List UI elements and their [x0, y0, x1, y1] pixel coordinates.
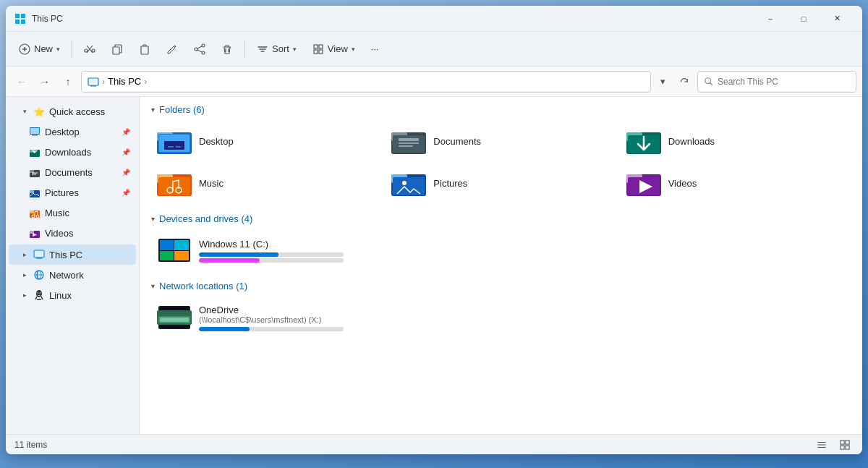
sidebar-item-documents[interactable]: Documents 📌	[9, 162, 136, 182]
back-button[interactable]: ←	[12, 72, 32, 92]
minimize-button[interactable]: −	[754, 7, 787, 30]
sidebar-item-videos[interactable]: Videos	[9, 223, 136, 243]
desktop-sidebar-icon	[29, 126, 41, 137]
folder-item-pictures[interactable]: Pictures	[386, 164, 616, 202]
sidebar-item-pictures[interactable]: Pictures 📌	[9, 182, 136, 203]
svg-point-37	[38, 292, 39, 294]
rename-icon	[166, 43, 178, 55]
svg-rect-81	[846, 445, 849, 448]
svg-rect-78	[841, 440, 844, 443]
sidebar-item-music[interactable]: Music	[9, 203, 136, 223]
downloads-folder-label: Downloads	[668, 136, 715, 147]
drive-c-bar1-inner	[199, 252, 278, 257]
tile-view-button[interactable]	[836, 438, 854, 452]
sidebar-item-downloads[interactable]: Downloads 📌	[9, 142, 136, 162]
network-section-label: Network locations (1)	[159, 281, 247, 292]
sidebar-item-quick-access[interactable]: ▾ ⭐ Quick access	[9, 101, 136, 122]
onedrive-icon	[157, 303, 192, 332]
onedrive-bar-inner	[199, 327, 250, 331]
close-button[interactable]: ✕	[820, 7, 854, 30]
videos-sidebar-icon	[29, 227, 41, 239]
folders-collapse-icon: ▾	[151, 106, 155, 114]
svg-rect-0	[15, 14, 20, 18]
sidebar-item-desktop[interactable]: Desktop 📌	[9, 122, 136, 142]
desktop-folder-icon	[157, 127, 192, 156]
delete-button[interactable]	[214, 36, 240, 62]
folders-section-label: Folders (6)	[159, 104, 205, 115]
file-area: ▾ Folders (6)	[140, 97, 862, 434]
sort-icon	[257, 43, 268, 55]
more-button[interactable]: ···	[364, 36, 386, 62]
music-sidebar-icon	[29, 207, 41, 218]
forward-button[interactable]: →	[35, 72, 55, 92]
folder-item-videos[interactable]: Videos	[621, 164, 851, 202]
folders-section-header[interactable]: ▾ Folders (6)	[151, 104, 851, 115]
this-pc-toggle: ▸	[20, 250, 29, 259]
windows-drive-icon	[157, 236, 192, 265]
folder-item-music[interactable]: Music	[151, 164, 381, 202]
downloads-pin-icon: 📌	[122, 148, 130, 156]
videos-folder-icon	[626, 169, 661, 197]
this-pc-sidebar-icon	[33, 249, 45, 260]
paste-button[interactable]	[132, 36, 158, 62]
music-folder-icon	[157, 169, 192, 197]
pictures-folder-icon	[391, 169, 426, 197]
copy-button[interactable]	[104, 36, 130, 62]
network-sidebar-label: Network	[49, 270, 84, 281]
quick-access-label: Quick access	[49, 106, 105, 117]
drive-item-c[interactable]: Windows 11 (C:)	[151, 231, 851, 269]
svg-rect-3	[21, 20, 25, 24]
sort-button[interactable]: Sort ▾	[250, 36, 304, 62]
desktop-sidebar-label: Desktop	[45, 127, 80, 137]
address-dropdown-button[interactable]: ▾	[654, 71, 671, 93]
pictures-folder-label: Pictures	[433, 178, 467, 189]
sidebar-item-linux[interactable]: ▸ Linux	[9, 285, 136, 305]
svg-rect-48	[399, 142, 419, 144]
videos-folder-label: Videos	[668, 178, 697, 189]
up-button[interactable]: ↑	[58, 72, 78, 92]
svg-rect-13	[319, 50, 323, 54]
svg-point-7	[202, 44, 205, 47]
svg-point-38	[40, 292, 41, 294]
svg-rect-69	[160, 240, 174, 250]
svg-rect-12	[314, 50, 318, 54]
new-button[interactable]: New ▾	[12, 36, 67, 62]
music-folder-label: Music	[199, 178, 224, 189]
address-path[interactable]: › This PC ›	[81, 71, 651, 93]
onedrive-bar-outer	[199, 327, 344, 331]
new-label: New	[34, 43, 53, 54]
svg-rect-47	[399, 138, 419, 141]
search-box[interactable]	[697, 71, 856, 93]
svg-rect-15	[89, 79, 98, 84]
network-section-header[interactable]: ▾ Network locations (1)	[151, 281, 851, 292]
documents-sidebar-icon	[29, 166, 41, 178]
drives-section-header[interactable]: ▾ Devices and drives (4)	[151, 213, 851, 224]
path-separator-1: ›	[102, 77, 105, 87]
svg-rect-43	[164, 141, 184, 150]
svg-rect-5	[113, 47, 119, 54]
drive-c-bar2-outer	[199, 258, 344, 263]
list-view-button[interactable]	[813, 438, 830, 452]
sidebar-item-network[interactable]: ▸ Network	[9, 265, 136, 285]
cut-icon	[84, 43, 95, 55]
this-pc-sidebar-label: This PC	[49, 250, 82, 260]
refresh-button[interactable]	[674, 72, 694, 92]
maximize-button[interactable]: □	[787, 7, 820, 30]
folder-item-desktop[interactable]: Desktop	[151, 122, 381, 160]
folder-item-documents[interactable]: Documents	[386, 122, 616, 160]
share-button[interactable]	[187, 36, 213, 62]
folder-item-downloads[interactable]: Downloads	[621, 122, 851, 160]
search-input[interactable]	[718, 77, 850, 87]
downloads-sidebar-label: Downloads	[45, 147, 91, 158]
window-controls: − □ ✕	[754, 7, 854, 30]
cut-button[interactable]	[77, 36, 103, 62]
sidebar-item-this-pc[interactable]: ▸ This PC	[9, 244, 136, 265]
view-button[interactable]: View ▾	[305, 36, 362, 62]
svg-rect-26	[30, 210, 34, 213]
rename-button[interactable]	[159, 36, 185, 62]
network-item-onedrive[interactable]: OneDrive (\\localhost\C$\users\msftnext)…	[151, 299, 851, 336]
share-icon	[194, 43, 205, 55]
svg-point-8	[195, 48, 197, 51]
tile-view-icon	[840, 440, 850, 450]
list-view-icon	[817, 440, 827, 450]
